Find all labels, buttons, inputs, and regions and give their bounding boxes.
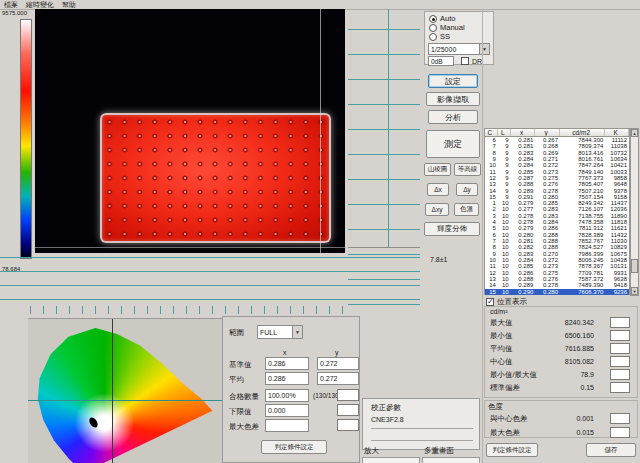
scroll-up-icon[interactable]: ▲	[631, 129, 638, 137]
pass-rate-label: 合格數量	[229, 392, 259, 402]
lower-limit-field[interactable]: 0.000	[265, 404, 309, 417]
zoom-label: 放大	[364, 446, 379, 456]
table-row[interactable]: 15100.2900.2807606.3709236	[485, 289, 629, 295]
maxdiff-judgment-box	[337, 419, 359, 431]
gain-field[interactable]: 0dB	[428, 56, 454, 66]
stat-value: 6506.160	[490, 332, 594, 339]
range-select[interactable]: FULL ▼	[257, 325, 303, 339]
reference-x-field[interactable]: 0.286	[265, 357, 309, 370]
delta-x-button[interactable]: Δx	[427, 183, 449, 196]
zoom-box[interactable]	[362, 457, 420, 463]
ridge-chart-button[interactable]: 山稜圖	[424, 163, 451, 176]
profile-axis-ticks	[30, 306, 346, 314]
shutter-select[interactable]: 1/25000 ▼	[428, 43, 490, 55]
dr-label: DR	[472, 58, 482, 65]
radio-ss-label: SS	[440, 32, 450, 41]
cursor-vertical-line[interactable]	[320, 9, 321, 253]
measured-display-panel	[100, 113, 331, 243]
stat-value: 8105.082	[490, 358, 594, 365]
chevron-down-icon[interactable]: ▼	[292, 326, 302, 338]
col-cdm2[interactable]: cd/m2	[560, 129, 605, 136]
calibration-value: CNE3F2.8	[371, 416, 404, 423]
scroll-down-icon[interactable]: ▼	[631, 287, 638, 295]
settings-button[interactable]: 設定	[428, 74, 478, 88]
col-y-header: y	[335, 349, 339, 356]
max-color-diff-label: 最大色差	[229, 422, 259, 432]
cie-crosshair-vertical	[112, 319, 113, 463]
horizontal-profile-graph	[0, 253, 420, 309]
analyze-button[interactable]: 分析	[428, 110, 478, 124]
radio-auto-label: Auto	[440, 14, 455, 23]
table-header: C L x y cd/m2 K	[484, 128, 630, 137]
position-display-checkbox[interactable]	[486, 298, 494, 306]
color-temp-button[interactable]: 色溫	[454, 203, 479, 216]
stat-value: 7616.885	[490, 345, 594, 352]
multi-screen-label: 多重畫面	[424, 446, 454, 456]
stat-judgment-box	[610, 343, 630, 354]
divider	[371, 440, 473, 441]
save-button[interactable]: 儲存	[586, 443, 636, 457]
profile-cursor-line[interactable]	[388, 9, 389, 247]
col-c[interactable]: C	[485, 129, 498, 136]
chroma-title: 色度	[488, 402, 503, 412]
stat-judgment-box	[610, 382, 630, 393]
calibration-panel: 校正參數 CNE3F2.8	[362, 398, 480, 450]
radio-ss[interactable]: SS	[429, 32, 450, 41]
radio-ss-icon[interactable]	[429, 33, 437, 41]
range-judgment-panel: 範圍 FULL ▼ x y 基準值 0.286 0.272 平均 0.286 0…	[222, 316, 360, 463]
stat-judgment-box	[610, 330, 630, 341]
radio-auto-icon[interactable]	[429, 15, 437, 23]
cie-horseshoe	[36, 325, 216, 463]
luminance-dist-button[interactable]: 輝度分佈	[424, 222, 480, 236]
chevron-down-icon[interactable]: ▼	[479, 44, 489, 54]
image-capture-button[interactable]: 影像擷取	[426, 92, 480, 106]
cursor-horizontal-line[interactable]	[35, 247, 345, 248]
lower-judgment-box	[337, 404, 359, 416]
chroma-judgment-box	[610, 427, 630, 438]
stat-value: 0.15	[490, 384, 594, 391]
measure-button[interactable]: 測定	[426, 130, 480, 158]
stat-judgment-box	[610, 356, 630, 367]
range-label: 範圍	[229, 328, 244, 338]
radio-auto[interactable]: Auto	[429, 14, 455, 23]
stat-value: 78.9	[490, 371, 594, 378]
stat-value: 0.015	[490, 429, 594, 436]
average-x-field: 0.286	[265, 372, 309, 385]
delta-y-button[interactable]: Δy	[456, 183, 478, 196]
multi-screen-box[interactable]	[422, 457, 480, 463]
panel-separator	[482, 9, 483, 463]
dr-checkbox[interactable]	[461, 57, 469, 65]
col-l[interactable]: L	[498, 129, 511, 136]
scrollbar-thumb[interactable]	[631, 259, 638, 273]
judgment-settings-button[interactable]: 判定條件設定	[261, 440, 327, 454]
pass-rate-field: 100.00%	[265, 389, 309, 402]
profile-readout: 7.8±1	[430, 256, 447, 263]
stat-value: 8240.342	[490, 319, 594, 326]
col-y[interactable]: y	[535, 129, 560, 136]
dr-checkbox-row[interactable]: DR	[461, 57, 482, 65]
stat-judgment-box	[610, 369, 630, 380]
cie-crosshair-horizontal	[28, 400, 222, 401]
capture-settings-group: Auto Manual SS 1/25000 ▼ 0dB DR	[424, 11, 494, 65]
judgment-condition-button[interactable]: 判定條件設定	[486, 443, 538, 457]
measurement-table-body[interactable]: 690.2810.2677844.30011112790.2810.268780…	[484, 137, 630, 295]
measurement-image[interactable]	[35, 9, 345, 253]
divider	[371, 428, 473, 429]
radio-manual-label: Manual	[440, 23, 465, 32]
col-k[interactable]: K	[605, 129, 629, 136]
lower-limit-label: 下限值	[229, 407, 252, 417]
col-x[interactable]: x	[511, 129, 536, 136]
contour-button[interactable]: 等高線	[454, 163, 481, 176]
col-x-header: x	[283, 349, 287, 356]
colorbar	[20, 19, 32, 259]
max-color-diff-field[interactable]	[265, 419, 309, 432]
chroma-judgment-box	[610, 413, 630, 424]
table-scrollbar[interactable]: ▲ ▼	[630, 128, 639, 296]
delta-xy-button[interactable]: Δxy	[425, 203, 449, 216]
radio-manual[interactable]: Manual	[429, 23, 465, 32]
cie-chromaticity-diagram[interactable]	[28, 318, 222, 463]
calibration-label: 校正參數	[371, 403, 401, 413]
radio-manual-icon[interactable]	[429, 24, 437, 32]
reference-y-field[interactable]: 0.272	[317, 357, 359, 370]
menu-file[interactable]: 檔案	[4, 0, 18, 10]
